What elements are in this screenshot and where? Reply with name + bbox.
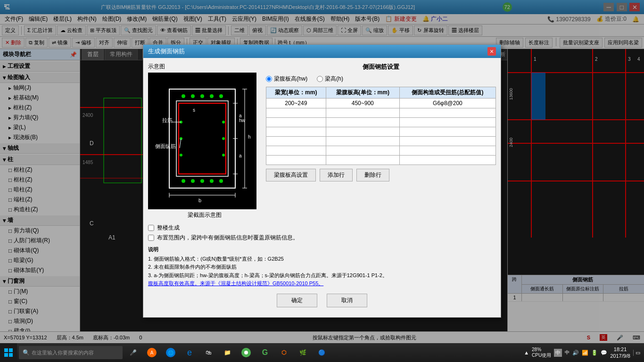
input-zh[interactable]: 中: [565, 349, 570, 356]
col-beam-height: 梁腹板高(单位：mm): [326, 87, 399, 99]
tray-arrow[interactable]: ▲: [524, 350, 529, 355]
svg-point-28: [182, 94, 185, 98]
svg-rect-27: [179, 103, 226, 174]
checkbox-override-label: 布置范围内，梁跨中有侧面钢筋信息时覆盖原钢筋信息。: [157, 234, 298, 242]
cell-h6[interactable]: [326, 146, 399, 156]
cell-w5[interactable]: [266, 137, 326, 146]
svg-rect-65: [4, 348, 8, 352]
clock: 18:21 2017/9/8: [610, 346, 630, 360]
note-link-text[interactable]: 腹板高度取有效高度。来源于《混凝土结构设计规范》GB50010-2010 P55…: [148, 280, 323, 286]
diagram-caption: 梁截面示意图: [148, 211, 261, 219]
radio-group: 梁腹板高(hw) 梁高(h): [266, 75, 496, 83]
search-bar[interactable]: 🔍 在这里输入你要搜索的内容: [19, 346, 123, 359]
taskbar-app-blue[interactable]: 🔵: [313, 343, 330, 362]
dialog-close-button[interactable]: ×: [487, 47, 496, 56]
cell-height-1[interactable]: 450~900: [326, 99, 399, 108]
checkbox-whole-floor[interactable]: [148, 225, 154, 231]
taskbar-app-ie[interactable]: e: [181, 343, 198, 362]
cell-w2[interactable]: [266, 108, 326, 118]
svg-text:拉筋: 拉筋: [162, 117, 173, 123]
app-icons: A 🌐 e 🛍 📁 G ⬡ 🌿 🔵: [143, 343, 330, 362]
settings-section: 侧面钢筋设置 梁腹板高(hw) 梁高(h): [266, 63, 496, 219]
beam-diagram-svg: 拉筋 侧面纵筋 a a: [150, 75, 254, 207]
diagram-section: 示意图: [148, 63, 261, 219]
table-row-6: [266, 146, 496, 156]
svg-point-41: [222, 121, 225, 123]
taskbar-app-1[interactable]: A: [143, 343, 160, 362]
volume-icon[interactable]: 🔊: [572, 350, 579, 356]
cell-r6[interactable]: [399, 146, 495, 156]
note-3-text: 3. a-为侧面钢筋间距；hw-梁的腹板高度；h-梁高；s-梁的纵向钢筋合力点距…: [148, 272, 388, 278]
svg-point-36: [210, 179, 214, 183]
btn-add-row[interactable]: 添加行: [320, 169, 353, 181]
rebar-table: 梁宽(单位：mm) 梁腹板高(单位：mm) 侧面构造或受扭筋(总配筋值) 200…: [266, 87, 496, 165]
search-placeholder[interactable]: 在这里输入你要搜索的内容: [32, 349, 94, 356]
svg-point-34: [191, 179, 195, 183]
radio-h-input[interactable]: [317, 76, 323, 82]
checkbox-whole-floor-label: 整楼生成: [157, 224, 180, 232]
table-row-1: 200~249 450~900 G6φ8@200: [266, 99, 496, 108]
btn-del-row[interactable]: 删除行: [356, 169, 389, 181]
taskbar-app-gld[interactable]: ⬡: [275, 343, 292, 362]
system-tray: ▲ 28% CPU使用 中 中 🔊 📶 🔋 💬 18:21 2017/9/8 ▭: [520, 346, 644, 360]
cell-w7[interactable]: [266, 156, 326, 165]
cell-r4[interactable]: [399, 127, 495, 137]
cell-r2[interactable]: [399, 108, 495, 118]
svg-point-30: [200, 94, 204, 98]
svg-point-42: [222, 137, 225, 140]
cell-h2[interactable]: [326, 108, 399, 118]
radio-hw-input[interactable]: [266, 76, 272, 82]
radio-hw[interactable]: 梁腹板高(hw): [266, 75, 307, 83]
checkbox-override[interactable]: [148, 235, 154, 241]
taskbar-app-store[interactable]: 🛍: [200, 343, 217, 362]
taskbar-app-2[interactable]: 🌐: [162, 343, 179, 362]
svg-point-35: [200, 179, 204, 183]
table-action-buttons: 梁腹板高设置 添加行 删除行: [266, 169, 496, 181]
cell-w3[interactable]: [266, 118, 326, 127]
beam-diagram: 拉筋 侧面纵筋 a a: [148, 73, 256, 209]
note-2: 2. 未在截面限制条件内的不布侧面纵筋: [148, 263, 496, 272]
notes-title: 说明: [148, 246, 496, 254]
note-1: 1. 侧面钢筋输入格式：(G或N)数量*级别*直径，如：G2B25: [148, 255, 496, 263]
btn-cancel[interactable]: 取消: [327, 294, 367, 307]
cell-h3[interactable]: [326, 118, 399, 127]
cell-h4[interactable]: [326, 127, 399, 137]
cell-w6[interactable]: [266, 146, 326, 156]
btn-beam-height-setting[interactable]: 梁腹板高设置: [266, 169, 316, 181]
taskbar-app-folder[interactable]: 📁: [219, 343, 236, 362]
cell-rebar-1[interactable]: G6φ8@200: [399, 99, 495, 108]
settings-title: 侧面钢筋设置: [266, 63, 496, 71]
network-icon[interactable]: 📶: [582, 350, 588, 356]
cell-h7[interactable]: [326, 156, 399, 165]
dialog-titlebar: 生成侧面钢筋 ×: [143, 45, 501, 58]
lang-zh[interactable]: 中: [554, 349, 562, 357]
cell-w4[interactable]: [266, 127, 326, 137]
note-link: 腹板高度取有效高度。来源于《混凝土结构设计规范》GB50010-2010 P55…: [148, 280, 496, 288]
cell-h5[interactable]: [326, 137, 399, 146]
mic-taskbar[interactable]: 🎤: [124, 343, 141, 362]
svg-rect-44: [176, 101, 228, 176]
table-row-2: [266, 108, 496, 118]
checkbox-section: 整楼生成 布置范围内，梁跨中有侧面钢筋信息时覆盖原钢筋信息。: [148, 224, 496, 242]
radio-h[interactable]: 梁高(h): [317, 75, 343, 83]
notes-section: 说明 1. 侧面钢筋输入格式：(G或N)数量*级别*直径，如：G2B25 2. …: [148, 246, 496, 288]
show-desktop[interactable]: ▭: [633, 350, 640, 356]
svg-rect-66: [9, 348, 13, 352]
btn-ok[interactable]: 确定: [277, 294, 317, 307]
cell-r7[interactable]: [399, 156, 495, 165]
col-beam-width: 梁宽(单位：mm): [266, 87, 326, 99]
notification-icon[interactable]: 💬: [601, 350, 607, 356]
taskbar-app-chrome[interactable]: [238, 343, 255, 362]
cell-r3[interactable]: [399, 118, 495, 127]
battery-icon[interactable]: 🔋: [591, 350, 598, 356]
cell-r5[interactable]: [399, 137, 495, 146]
dialog-main-row: 示意图: [148, 63, 496, 219]
table-row-5: [266, 137, 496, 146]
chrome-icon: [241, 347, 251, 358]
taskbar-app-green[interactable]: 🌿: [294, 343, 311, 362]
radio-hw-label: 梁腹板高(hw): [274, 75, 307, 83]
start-button[interactable]: [0, 343, 17, 362]
cell-width-1[interactable]: 200~249: [266, 99, 326, 108]
taskbar-app-g[interactable]: G: [256, 343, 273, 362]
date-display: 2017/9/8: [610, 353, 630, 359]
